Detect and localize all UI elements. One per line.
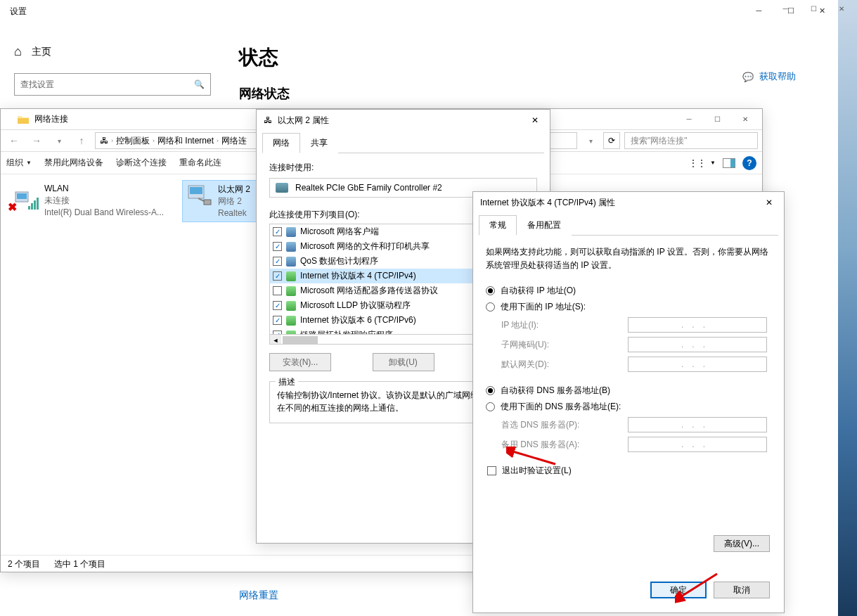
nic-icon: [276, 183, 288, 193]
recent-dropdown[interactable]: ▾: [50, 131, 68, 150]
checkbox-icon[interactable]: ✓: [273, 301, 282, 310]
home-label: 主页: [32, 46, 51, 58]
nsc-maximize[interactable]: ☐: [799, 1, 827, 15]
radio-icon: [486, 386, 495, 395]
get-help-link[interactable]: 💬 获取帮助: [742, 70, 796, 83]
radio-icon: [486, 286, 495, 295]
explorer-search-input[interactable]: 搜索"网络连接": [624, 132, 758, 149]
disable-device-button[interactable]: 禁用此网络设备: [44, 157, 103, 169]
auto-dns-radio[interactable]: 自动获得 DNS 服务器地址(B): [486, 385, 771, 397]
ipv4-tabs: 常规 备用配置: [479, 214, 778, 236]
refresh-button[interactable]: ⟳: [603, 132, 620, 149]
checkbox-icon[interactable]: ✓: [273, 257, 282, 266]
crumb-network-connections[interactable]: 网络连: [221, 135, 247, 147]
props-title: 以太网 2 属性: [278, 115, 329, 127]
nsc-minimize[interactable]: ─: [771, 1, 799, 15]
dns1-input: ...: [628, 417, 767, 432]
checkbox-icon[interactable]: ✓: [273, 242, 282, 251]
wlan-name: WLAN: [44, 183, 164, 195]
minimize-button[interactable]: ─: [743, 0, 775, 21]
connect-using-label: 连接时使用:: [269, 162, 537, 174]
ip-address-label: IP 地址(I):: [501, 319, 628, 331]
search-icon: 🔍: [194, 79, 205, 89]
checkbox-icon[interactable]: ✓: [273, 331, 282, 334]
exp-close[interactable]: ✕: [731, 112, 759, 126]
network-reset-link[interactable]: 网络重置: [239, 589, 278, 602]
exp-maximize[interactable]: ☐: [703, 112, 731, 126]
protocol-icon: [286, 271, 296, 281]
forward-button[interactable]: →: [27, 131, 46, 150]
ipv4-ok-button[interactable]: 确定: [650, 582, 707, 598]
manual-ip-radio[interactable]: 使用下面的 IP 地址(S):: [486, 301, 771, 313]
wlan-icon: ✖: [9, 183, 39, 212]
tab-general[interactable]: 常规: [479, 215, 517, 236]
adapter-name: Realtek PCIe GbE Family Controller #2: [295, 183, 442, 193]
organize-menu[interactable]: 组织 ▼: [6, 157, 32, 169]
protocol-icon: [286, 242, 296, 252]
scroll-thumb[interactable]: [283, 336, 318, 344]
subnet-mask-input: ...: [628, 337, 767, 352]
explorer-title: 网络连接: [34, 113, 68, 125]
up-button[interactable]: ↑: [72, 131, 91, 150]
uninstall-button[interactable]: 卸载(U): [373, 353, 434, 371]
scroll-left-icon[interactable]: ◄: [270, 335, 281, 345]
props-close-button[interactable]: ✕: [524, 113, 546, 128]
props-tabs: 网络 共享: [262, 132, 544, 153]
network-icon: 🖧: [100, 136, 108, 146]
page-title: 状态: [239, 44, 810, 71]
item-label: 链路层拓扑发现响应程序: [300, 329, 393, 334]
settings-title: 设置: [0, 0, 838, 23]
ip-address-input: ...: [628, 317, 767, 333]
ipv4-cancel-button[interactable]: 取消: [714, 582, 770, 598]
settings-search-input[interactable]: 查找设置 🔍: [14, 73, 211, 96]
view-options-icon[interactable]: ⋮⋮: [692, 158, 703, 169]
eth-adapter-name: Realtek: [218, 207, 250, 219]
advanced-button[interactable]: 高级(V)...: [714, 535, 770, 552]
radio-icon: [486, 302, 495, 312]
nsc-close[interactable]: ✕: [827, 1, 856, 15]
ipv4-close-button[interactable]: ✕: [759, 195, 780, 210]
checkbox-icon[interactable]: [273, 286, 282, 295]
tab-share[interactable]: 共享: [300, 133, 338, 153]
wlan-status: 未连接: [44, 195, 164, 207]
item-label: Microsoft 网络客户端: [300, 226, 379, 238]
item-label: Internet 协议版本 6 (TCP/IPv6): [300, 314, 416, 326]
ethernet-icon: [186, 184, 212, 206]
exp-minimize[interactable]: ─: [675, 112, 703, 126]
svg-rect-3: [190, 187, 202, 194]
manual-dns-radio[interactable]: 使用下面的 DNS 服务器地址(E):: [486, 401, 771, 413]
disconnected-icon: ✖: [8, 200, 17, 214]
diagnose-button[interactable]: 诊断这个连接: [116, 157, 167, 169]
help-icon: 💬: [742, 72, 754, 82]
home-nav[interactable]: ⌂ 主页: [14, 37, 211, 73]
auto-ip-radio[interactable]: 自动获得 IP 地址(O): [486, 285, 771, 297]
item-label: Microsoft LLDP 协议驱动程序: [300, 300, 411, 312]
rename-button[interactable]: 重命名此连: [179, 157, 221, 169]
install-button[interactable]: 安装(N)...: [269, 353, 331, 371]
breadcrumb-dropdown[interactable]: ▾: [581, 131, 600, 150]
checkbox-icon[interactable]: ✓: [273, 316, 282, 325]
protocol-icon: [286, 301, 296, 311]
item-label: QoS 数据包计划程序: [300, 255, 378, 267]
crumb-control-panel[interactable]: 控制面板: [116, 135, 150, 147]
dns2-label: 备用 DNS 服务器(A):: [501, 439, 628, 451]
svg-rect-4: [204, 200, 211, 205]
help-icon[interactable]: ?: [742, 156, 756, 170]
tab-alternate[interactable]: 备用配置: [517, 215, 572, 236]
wlan-adapter-item[interactable]: ✖ WLAN 未连接 Intel(R) Dual Band Wireless-A…: [6, 180, 175, 222]
checkbox-icon[interactable]: ✓: [273, 271, 282, 281]
crumb-network-internet[interactable]: 网络和 Internet: [157, 135, 214, 147]
tab-network[interactable]: 网络: [262, 133, 300, 153]
checkbox-icon[interactable]: ✓: [273, 227, 282, 236]
item-count: 2 个项目: [8, 558, 40, 569]
back-button[interactable]: ←: [5, 131, 23, 150]
desktop-wallpaper: [838, 0, 857, 616]
svg-rect-1: [17, 193, 27, 199]
eth-name: 以太网 2: [218, 184, 250, 195]
protocol-icon: [286, 257, 296, 267]
radio-icon: [486, 402, 495, 411]
adapter-icon: 🖧: [264, 115, 272, 125]
validate-on-exit-checkbox[interactable]: 退出时验证设置(L): [487, 465, 771, 477]
preview-pane-icon[interactable]: [723, 158, 735, 168]
item-label: Microsoft 网络适配器多路传送器协议: [300, 285, 438, 297]
